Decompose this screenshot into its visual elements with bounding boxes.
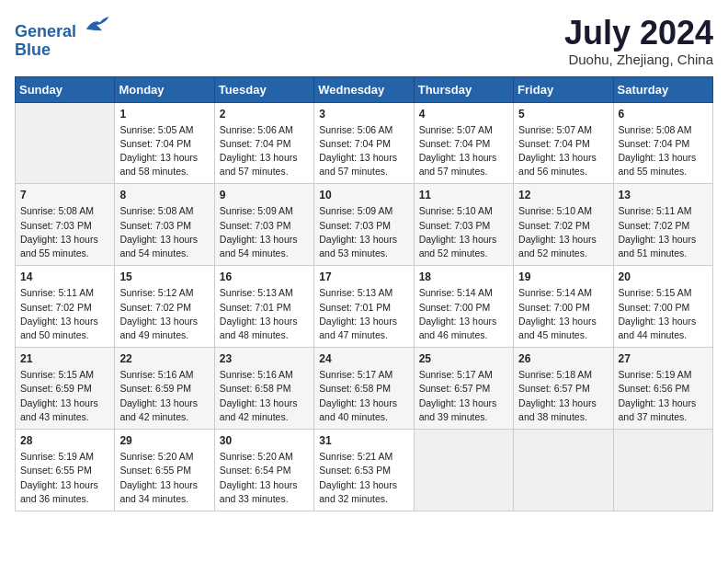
day-cell: 27Sunrise: 5:19 AM Sunset: 6:56 PM Dayli… [613, 348, 712, 430]
column-header-wednesday: Wednesday [314, 76, 414, 102]
month-title: July 2024 [564, 15, 713, 52]
day-cell: 1Sunrise: 5:05 AM Sunset: 7:04 PM Daylig… [115, 102, 214, 184]
day-number: 6 [619, 108, 708, 121]
day-cell: 13Sunrise: 5:11 AM Sunset: 7:02 PM Dayli… [613, 184, 712, 266]
day-cell: 4Sunrise: 5:07 AM Sunset: 7:04 PM Daylig… [414, 102, 513, 184]
day-cell: 31Sunrise: 5:21 AM Sunset: 6:53 PM Dayli… [314, 430, 414, 511]
day-number: 28 [20, 434, 109, 447]
day-number: 21 [20, 352, 109, 365]
day-number: 17 [319, 270, 408, 283]
day-number: 15 [119, 270, 209, 283]
day-info: Sunrise: 5:08 AM Sunset: 7:04 PM Dayligh… [619, 123, 708, 179]
day-cell: 28Sunrise: 5:19 AM Sunset: 6:55 PM Dayli… [16, 430, 115, 511]
day-number: 29 [119, 434, 209, 447]
day-cell: 24Sunrise: 5:17 AM Sunset: 6:58 PM Dayli… [314, 348, 414, 430]
day-info: Sunrise: 5:20 AM Sunset: 6:54 PM Dayligh… [220, 450, 309, 506]
day-info: Sunrise: 5:09 AM Sunset: 7:03 PM Dayligh… [220, 204, 309, 260]
column-header-tuesday: Tuesday [214, 76, 313, 102]
day-info: Sunrise: 5:11 AM Sunset: 7:02 PM Dayligh… [20, 286, 109, 342]
day-info: Sunrise: 5:07 AM Sunset: 7:04 PM Dayligh… [419, 123, 508, 179]
day-info: Sunrise: 5:17 AM Sunset: 6:57 PM Dayligh… [419, 368, 508, 424]
day-number: 18 [419, 270, 508, 283]
day-number: 7 [20, 189, 109, 201]
day-cell: 10Sunrise: 5:09 AM Sunset: 7:03 PM Dayli… [314, 184, 414, 266]
day-info: Sunrise: 5:21 AM Sunset: 6:53 PM Dayligh… [319, 450, 408, 506]
day-info: Sunrise: 5:13 AM Sunset: 7:01 PM Dayligh… [319, 286, 408, 342]
day-number: 30 [220, 434, 309, 447]
day-number: 31 [319, 434, 408, 447]
day-number: 5 [518, 108, 608, 121]
day-info: Sunrise: 5:19 AM Sunset: 6:55 PM Dayligh… [20, 450, 109, 506]
calendar-header: SundayMondayTuesdayWednesdayThursdayFrid… [16, 76, 713, 102]
day-number: 26 [518, 352, 608, 365]
day-number: 4 [419, 108, 508, 121]
day-cell: 29Sunrise: 5:20 AM Sunset: 6:55 PM Dayli… [115, 430, 214, 511]
header-row: SundayMondayTuesdayWednesdayThursdayFrid… [16, 76, 713, 102]
week-row-1: 1Sunrise: 5:05 AM Sunset: 7:04 PM Daylig… [16, 102, 713, 184]
column-header-sunday: Sunday [16, 76, 115, 102]
day-number: 10 [319, 189, 408, 201]
day-number: 27 [619, 352, 708, 365]
day-info: Sunrise: 5:15 AM Sunset: 6:59 PM Dayligh… [20, 368, 109, 424]
day-cell: 3Sunrise: 5:06 AM Sunset: 7:04 PM Daylig… [314, 102, 414, 184]
logo-bird-icon [83, 15, 110, 37]
day-number: 25 [419, 352, 508, 365]
week-row-2: 7Sunrise: 5:08 AM Sunset: 7:03 PM Daylig… [16, 184, 713, 266]
day-cell: 8Sunrise: 5:08 AM Sunset: 7:03 PM Daylig… [115, 184, 214, 266]
day-cell: 9Sunrise: 5:09 AM Sunset: 7:03 PM Daylig… [214, 184, 313, 266]
day-number: 1 [119, 108, 209, 121]
day-cell: 18Sunrise: 5:14 AM Sunset: 7:00 PM Dayli… [414, 266, 513, 348]
day-number: 3 [319, 108, 408, 121]
day-cell: 2Sunrise: 5:06 AM Sunset: 7:04 PM Daylig… [214, 102, 313, 184]
day-info: Sunrise: 5:10 AM Sunset: 7:02 PM Dayligh… [518, 204, 608, 260]
calendar-table: SundayMondayTuesdayWednesdayThursdayFrid… [15, 76, 713, 511]
week-row-5: 28Sunrise: 5:19 AM Sunset: 6:55 PM Dayli… [16, 430, 713, 511]
day-info: Sunrise: 5:08 AM Sunset: 7:03 PM Dayligh… [20, 204, 109, 260]
day-number: 16 [220, 270, 309, 283]
day-info: Sunrise: 5:11 AM Sunset: 7:02 PM Dayligh… [619, 204, 708, 260]
day-cell [414, 430, 513, 511]
day-number: 22 [119, 352, 209, 365]
day-info: Sunrise: 5:18 AM Sunset: 6:57 PM Dayligh… [518, 368, 608, 424]
day-info: Sunrise: 5:15 AM Sunset: 7:00 PM Dayligh… [619, 286, 708, 342]
title-block: July 2024 Duohu, Zhejiang, China [564, 15, 713, 67]
day-info: Sunrise: 5:09 AM Sunset: 7:03 PM Dayligh… [319, 204, 408, 260]
day-info: Sunrise: 5:17 AM Sunset: 6:58 PM Dayligh… [319, 368, 408, 424]
day-number: 14 [20, 270, 109, 283]
day-number: 20 [619, 270, 708, 283]
day-cell: 15Sunrise: 5:12 AM Sunset: 7:02 PM Dayli… [115, 266, 214, 348]
logo-blue: Blue [15, 41, 110, 60]
day-cell: 21Sunrise: 5:15 AM Sunset: 6:59 PM Dayli… [16, 348, 115, 430]
day-info: Sunrise: 5:06 AM Sunset: 7:04 PM Dayligh… [220, 123, 309, 179]
page-header: General Blue July 2024 Duohu, Zhejiang, … [15, 15, 713, 67]
column-header-thursday: Thursday [414, 76, 513, 102]
calendar-body: 1Sunrise: 5:05 AM Sunset: 7:04 PM Daylig… [16, 102, 713, 511]
day-cell: 25Sunrise: 5:17 AM Sunset: 6:57 PM Dayli… [414, 348, 513, 430]
day-info: Sunrise: 5:16 AM Sunset: 6:58 PM Dayligh… [220, 368, 309, 424]
day-cell: 7Sunrise: 5:08 AM Sunset: 7:03 PM Daylig… [16, 184, 115, 266]
day-cell: 20Sunrise: 5:15 AM Sunset: 7:00 PM Dayli… [613, 266, 712, 348]
day-cell: 11Sunrise: 5:10 AM Sunset: 7:03 PM Dayli… [414, 184, 513, 266]
day-cell: 16Sunrise: 5:13 AM Sunset: 7:01 PM Dayli… [214, 266, 313, 348]
logo: General Blue [15, 15, 110, 60]
day-cell: 23Sunrise: 5:16 AM Sunset: 6:58 PM Dayli… [214, 348, 313, 430]
day-cell [16, 102, 115, 184]
day-number: 19 [518, 270, 608, 283]
day-number: 13 [619, 189, 708, 201]
day-info: Sunrise: 5:13 AM Sunset: 7:01 PM Dayligh… [220, 286, 309, 342]
day-info: Sunrise: 5:14 AM Sunset: 7:00 PM Dayligh… [419, 286, 508, 342]
day-info: Sunrise: 5:16 AM Sunset: 6:59 PM Dayligh… [119, 368, 209, 424]
day-info: Sunrise: 5:06 AM Sunset: 7:04 PM Dayligh… [319, 123, 408, 179]
day-info: Sunrise: 5:19 AM Sunset: 6:56 PM Dayligh… [619, 368, 708, 424]
logo-text: General [15, 15, 110, 41]
day-number: 11 [419, 189, 508, 201]
day-cell [514, 430, 613, 511]
day-number: 23 [220, 352, 309, 365]
day-number: 2 [220, 108, 309, 121]
day-info: Sunrise: 5:08 AM Sunset: 7:03 PM Dayligh… [119, 204, 209, 260]
day-info: Sunrise: 5:14 AM Sunset: 7:00 PM Dayligh… [518, 286, 608, 342]
day-info: Sunrise: 5:12 AM Sunset: 7:02 PM Dayligh… [119, 286, 209, 342]
day-info: Sunrise: 5:10 AM Sunset: 7:03 PM Dayligh… [419, 204, 508, 260]
column-header-friday: Friday [514, 76, 613, 102]
day-info: Sunrise: 5:20 AM Sunset: 6:55 PM Dayligh… [119, 450, 209, 506]
